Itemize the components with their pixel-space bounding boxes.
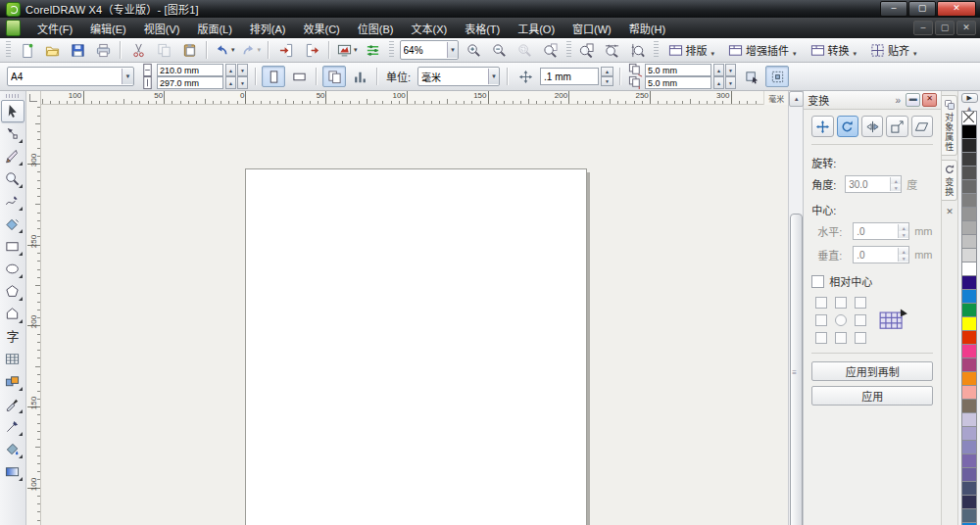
freehand-tool[interactable]: [1, 190, 24, 213]
zoom-width-button[interactable]: [601, 39, 624, 61]
export-button[interactable]: [300, 39, 323, 61]
zoom-selected-button[interactable]: [514, 39, 537, 61]
import-button[interactable]: [274, 39, 298, 61]
chevron-down-icon[interactable]: ▾: [231, 46, 235, 54]
eyedropper-tool[interactable]: [1, 393, 24, 415]
spinner[interactable]: ▲▼: [601, 67, 613, 86]
vertical-ruler[interactable]: 300250200150100: [26, 105, 41, 525]
polygon-tool[interactable]: [1, 280, 24, 303]
redo-button[interactable]: ▾: [239, 39, 264, 61]
layout-button[interactable]: 排版▾: [662, 39, 721, 61]
spinner[interactable]: ▲▼: [224, 64, 248, 76]
color-swatch[interactable]: [961, 371, 977, 386]
rectangle-tool[interactable]: [1, 235, 24, 258]
transform-size-button[interactable]: [886, 116, 907, 137]
crop-tool[interactable]: [1, 145, 24, 167]
color-swatch[interactable]: [961, 303, 977, 317]
paper-width-field[interactable]: [157, 64, 223, 76]
page[interactable]: [245, 168, 587, 525]
color-swatch[interactable]: [961, 275, 977, 290]
scroll-up-icon[interactable]: ▲: [789, 91, 804, 107]
new-button[interactable]: [15, 39, 38, 61]
color-swatch[interactable]: [961, 358, 977, 372]
convert-button[interactable]: 转换▾: [805, 39, 863, 61]
docker-tabs-close-button[interactable]: ✕: [946, 207, 954, 216]
vertical-input[interactable]: [854, 250, 898, 261]
minimize-button[interactable]: –: [880, 1, 907, 17]
transform-position-button[interactable]: [811, 116, 833, 137]
chevron-down-icon[interactable]: ▾: [913, 50, 917, 58]
current-page-button[interactable]: [348, 66, 371, 87]
docker-rollup-button[interactable]: ▬: [906, 93, 920, 107]
palette-flyout-icon[interactable]: ▶: [961, 93, 978, 103]
apply-to-duplicate-button[interactable]: 应用到再制: [811, 361, 933, 381]
mdi-restore-button[interactable]: ▢: [935, 21, 955, 35]
horizontal-spinner[interactable]: ▲▼: [898, 224, 908, 238]
print-button[interactable]: [91, 39, 115, 61]
tab-transform[interactable]: 变换: [942, 160, 957, 201]
duplicate-x-field[interactable]: [645, 64, 711, 76]
welcome-screen-button[interactable]: [362, 39, 385, 61]
mdi-close-button[interactable]: ✕: [956, 21, 976, 35]
mdi-minimize-button[interactable]: –: [913, 21, 933, 35]
color-swatch[interactable]: [961, 193, 977, 208]
color-swatch[interactable]: [961, 330, 977, 345]
menu-视图V[interactable]: 视图(V): [135, 18, 189, 39]
interactive-fill-tool[interactable]: [1, 460, 24, 483]
pick-tool[interactable]: [1, 100, 24, 122]
close-button[interactable]: ✕: [937, 1, 976, 17]
menu-排列A[interactable]: 排列(A): [241, 18, 295, 39]
transform-rotate-button[interactable]: [837, 116, 858, 137]
transform-skew-button[interactable]: [911, 116, 933, 137]
apply-button[interactable]: 应用: [811, 386, 933, 406]
spinner[interactable]: ▲▼: [224, 76, 248, 89]
relative-center-checkbox[interactable]: [811, 275, 824, 288]
no-color-swatch[interactable]: [961, 111, 977, 125]
portrait-button[interactable]: [262, 66, 285, 87]
ruler-origin-icon[interactable]: [26, 91, 41, 106]
chevron-down-icon[interactable]: ▼: [122, 69, 133, 84]
color-swatch[interactable]: [961, 248, 977, 262]
draw-complex-button[interactable]: [765, 66, 789, 87]
zoom-page-button[interactable]: [575, 39, 599, 61]
drawing-canvas[interactable]: [41, 105, 788, 525]
color-swatch[interactable]: [961, 138, 977, 153]
paper-type-combo-value[interactable]: [8, 70, 122, 83]
cut-button[interactable]: [126, 39, 150, 61]
units-combo[interactable]: ▼: [417, 67, 500, 86]
horizontal-input[interactable]: [854, 226, 898, 237]
color-swatch[interactable]: [961, 412, 977, 427]
menu-文件F[interactable]: 文件(F): [28, 18, 81, 39]
menu-工具O[interactable]: 工具(O): [509, 18, 564, 39]
tab-object-properties[interactable]: 对象属性: [942, 95, 957, 156]
snap-button[interactable]: 贴齐▾: [864, 39, 923, 61]
transform-scale-mirror-button[interactable]: [861, 116, 883, 137]
restore-button[interactable]: ▢: [908, 1, 936, 17]
angle-input[interactable]: [846, 179, 890, 190]
color-swatch[interactable]: [961, 508, 977, 523]
horizontal-ruler[interactable]: 10050050100150200250300: [41, 91, 763, 105]
menu-编辑E[interactable]: 编辑(E): [81, 18, 135, 39]
outline-pen-tool[interactable]: [1, 415, 24, 438]
zoom-out-button[interactable]: [488, 39, 512, 61]
color-swatch[interactable]: [961, 467, 977, 482]
vertical-scrollbar[interactable]: ▲: [788, 91, 803, 525]
spinner[interactable]: ▲▼: [712, 76, 736, 89]
treat-as-filled-button[interactable]: [740, 66, 763, 87]
zoom-level-combo[interactable]: ▼: [400, 40, 459, 60]
chevron-down-icon[interactable]: ▾: [793, 50, 797, 58]
anchor-point-grid[interactable]: [815, 297, 865, 343]
zoom-level-combo-value[interactable]: [401, 43, 448, 57]
paper-height-field[interactable]: [157, 76, 223, 89]
zoom-tool[interactable]: [1, 167, 24, 190]
color-swatch[interactable]: [961, 316, 977, 331]
horizontal-field[interactable]: ▲▼: [853, 222, 909, 240]
zoom-all-button[interactable]: [539, 39, 563, 61]
basic-shapes-tool[interactable]: [1, 303, 24, 325]
plugins-button[interactable]: 增强插件▾: [722, 39, 803, 61]
nudge-offset-field[interactable]: [540, 68, 599, 85]
docker-flyout-icon[interactable]: »: [896, 95, 902, 106]
chevron-down-icon[interactable]: ▾: [711, 50, 715, 58]
color-swatch[interactable]: [961, 234, 977, 249]
ellipse-tool[interactable]: [1, 258, 24, 280]
